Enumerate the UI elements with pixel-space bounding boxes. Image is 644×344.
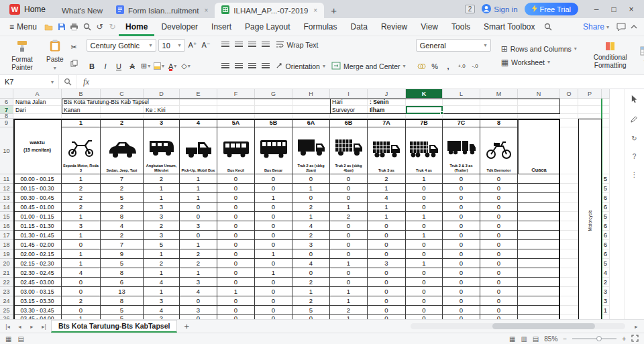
last-sheet-button[interactable]: ▸| (39, 323, 49, 330)
cell-O18[interactable] (560, 240, 578, 249)
cell-D25[interactable]: 4 (144, 306, 180, 315)
cell-N12[interactable] (518, 184, 560, 193)
cell-G17[interactable]: 0 (255, 231, 292, 240)
cell-D6[interactable] (144, 99, 180, 106)
cell-Q8[interactable] (602, 114, 610, 119)
cell-B7[interactable]: Kanan (62, 106, 101, 114)
column-header-N[interactable]: N (518, 89, 560, 99)
cell-L16[interactable]: 0 (443, 221, 480, 231)
cell-P18[interactable] (578, 240, 602, 249)
cell-L8[interactable] (443, 114, 480, 119)
cell-I6[interactable]: Hari (330, 99, 368, 106)
cell-L26[interactable]: 0 (443, 315, 480, 319)
cell-P26[interactable] (578, 315, 602, 319)
cell-L15[interactable]: 0 (443, 212, 480, 221)
ribbon-tab-smart-toolbox[interactable]: Smart Toolbox (477, 18, 541, 36)
column-header-A[interactable]: A (13, 89, 62, 99)
cell-Q12[interactable]: 5 (602, 184, 610, 193)
cell-Q11[interactable]: 5 (602, 174, 610, 184)
cell-A25[interactable]: 03.30 - 03.45 (13, 306, 62, 315)
page-break-view-icon[interactable]: ▤ (533, 335, 539, 343)
fx-button[interactable]: fx (77, 77, 95, 87)
cell-H8[interactable] (292, 114, 330, 119)
align-middle-button[interactable] (233, 39, 245, 50)
cell-G20[interactable]: 0 (255, 259, 292, 268)
cell-J26[interactable]: 0 (368, 315, 406, 319)
sheet-stats-icon[interactable]: ▦ (5, 335, 11, 343)
row-header-10[interactable]: 10 (0, 127, 13, 174)
cell-H21[interactable]: 0 (292, 268, 330, 278)
close-tab-icon[interactable]: × (313, 7, 317, 14)
cell-M8[interactable] (480, 114, 518, 119)
cell-P19[interactable] (578, 249, 602, 259)
cell-I11[interactable]: 0 (330, 174, 368, 184)
cell-Q18[interactable]: 6 (602, 240, 610, 249)
cell-B12[interactable]: 2 (62, 184, 101, 193)
cell-Q19[interactable]: 6 (602, 249, 610, 259)
column-header-overflow[interactable] (602, 89, 610, 99)
cell-O26[interactable] (560, 315, 578, 319)
next-sheet-button[interactable]: ▸ (27, 323, 37, 330)
italic-button[interactable]: I (100, 60, 111, 72)
cell-F19[interactable]: 0 (217, 249, 255, 259)
cell-Q15[interactable]: 5 (602, 212, 610, 221)
share-button[interactable]: Share ▾ (578, 22, 614, 32)
cell-L9[interactable]: 7C (443, 119, 480, 127)
currency-button[interactable] (416, 60, 427, 72)
cell-A10[interactable] (13, 127, 62, 174)
save-icon[interactable] (55, 21, 68, 34)
align-left-button[interactable] (220, 60, 231, 72)
cell-E14[interactable]: 0 (180, 203, 217, 212)
cell-A11[interactable]: 00.00 - 00.15 (13, 174, 62, 184)
close-tab-icon[interactable]: × (204, 7, 208, 14)
row-header-18[interactable]: 18 (0, 240, 13, 249)
cell-N24[interactable] (518, 296, 560, 306)
more-icon[interactable]: ⋮ (631, 171, 638, 178)
cell-N23[interactable] (518, 287, 560, 296)
cell-G25[interactable]: 0 (255, 306, 292, 315)
column-header-D[interactable]: D (144, 89, 180, 99)
cell-F8[interactable] (217, 114, 255, 119)
cell-M9[interactable]: 8 (480, 119, 518, 127)
undo-icon[interactable]: ↺ (93, 21, 106, 34)
cell-J22[interactable]: 0 (368, 278, 406, 287)
cell-C22[interactable]: 6 (101, 278, 144, 287)
cell-G23[interactable]: 0 (255, 287, 292, 296)
cell-E12[interactable]: 1 (180, 184, 217, 193)
cell-K8[interactable] (406, 114, 443, 119)
cell-L18[interactable]: 0 (443, 240, 480, 249)
cell-P16[interactable] (578, 221, 602, 231)
cell-M12[interactable]: 0 (480, 184, 518, 193)
cell-D21[interactable]: 1 (144, 268, 180, 278)
cell-O23[interactable] (560, 287, 578, 296)
row-header-12[interactable]: 12 (0, 184, 13, 193)
new-tab-button[interactable]: + (324, 5, 343, 18)
number-format-select[interactable]: General▾ (416, 39, 491, 52)
cell-C23[interactable]: 13 (101, 287, 144, 296)
cell-C20[interactable]: 5 (101, 259, 144, 268)
format-painter-button[interactable]: Format Painter (3, 40, 42, 70)
cell-M16[interactable]: 0 (480, 221, 518, 231)
bold-button[interactable]: B (87, 60, 98, 72)
cell-J8[interactable] (368, 114, 406, 119)
percent-button[interactable]: % (429, 60, 441, 72)
row-header-25[interactable]: 25 (0, 306, 13, 315)
cell-Q14[interactable]: 6 (602, 203, 610, 212)
cell-H18[interactable]: 3 (292, 240, 330, 249)
cell-B23[interactable]: 0 (62, 287, 101, 296)
cell-Q13[interactable]: 6 (602, 193, 610, 203)
redo-icon[interactable]: ↻ (106, 21, 119, 34)
cell-B11[interactable]: 1 (62, 174, 101, 184)
prev-sheet-button[interactable]: ◂ (15, 323, 25, 330)
cell-G11[interactable]: 0 (255, 174, 292, 184)
cell-F10[interactable]: Bus Kecil (217, 127, 255, 174)
cell-L13[interactable]: 0 (443, 193, 480, 203)
paste-button[interactable]: Paste ▾ (43, 39, 67, 71)
cell-A24[interactable]: 03.15 - 03.30 (13, 296, 62, 306)
cell-K10[interactable]: Truk 4 as (406, 127, 443, 174)
cell-O22[interactable] (560, 278, 578, 287)
cell-K6[interactable] (406, 99, 443, 106)
decrease-indent-button[interactable] (260, 39, 272, 50)
cell-P17[interactable] (578, 231, 602, 240)
column-header-K[interactable]: K (406, 89, 443, 99)
